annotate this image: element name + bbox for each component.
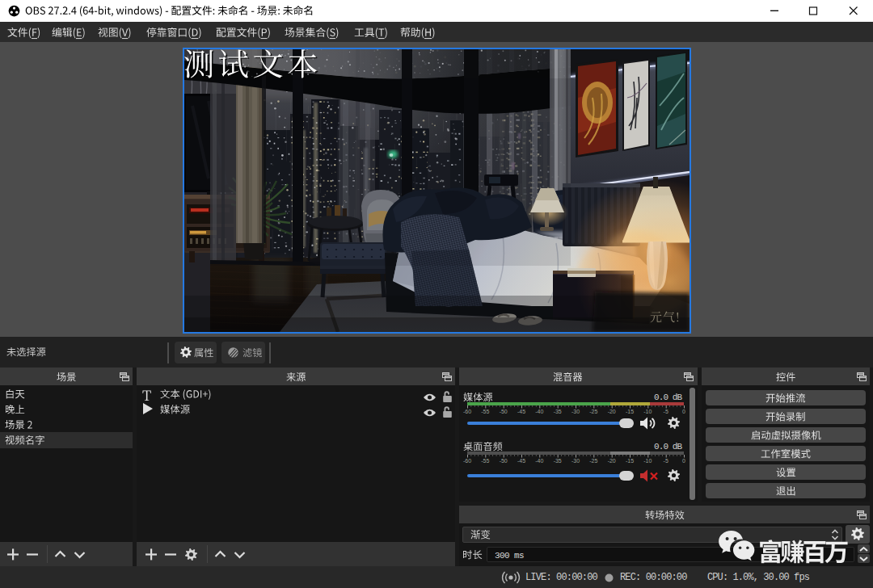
svg-text:-40: -40: [535, 458, 543, 464]
svg-text:-5: -5: [664, 409, 668, 414]
svg-text:-45: -45: [517, 458, 525, 464]
svg-text:-55: -55: [481, 458, 489, 464]
svg-text:-35: -35: [554, 409, 562, 414]
svg-text:-20: -20: [608, 458, 616, 464]
svg-text:-60: -60: [463, 409, 471, 414]
svg-text:-20: -20: [608, 409, 616, 414]
svg-text:-25: -25: [589, 409, 597, 414]
svg-text:-5: -5: [664, 458, 668, 464]
svg-text:-10: -10: [643, 458, 652, 464]
svg-text:-50: -50: [500, 409, 508, 414]
svg-text:-25: -25: [589, 458, 597, 464]
svg-text:-30: -30: [571, 458, 580, 464]
svg-text:-15: -15: [626, 409, 634, 414]
svg-text:-50: -50: [500, 458, 508, 464]
svg-text:-30: -30: [571, 409, 580, 414]
svg-text:-10: -10: [643, 409, 652, 414]
svg-text:-45: -45: [517, 409, 525, 414]
svg-text:-40: -40: [535, 409, 543, 414]
svg-text:-60: -60: [463, 458, 471, 464]
svg-text:-35: -35: [554, 458, 562, 464]
svg-text:0: 0: [682, 409, 685, 414]
svg-text:-15: -15: [626, 458, 634, 464]
svg-text:-55: -55: [481, 409, 489, 414]
svg-text:0: 0: [682, 458, 685, 464]
